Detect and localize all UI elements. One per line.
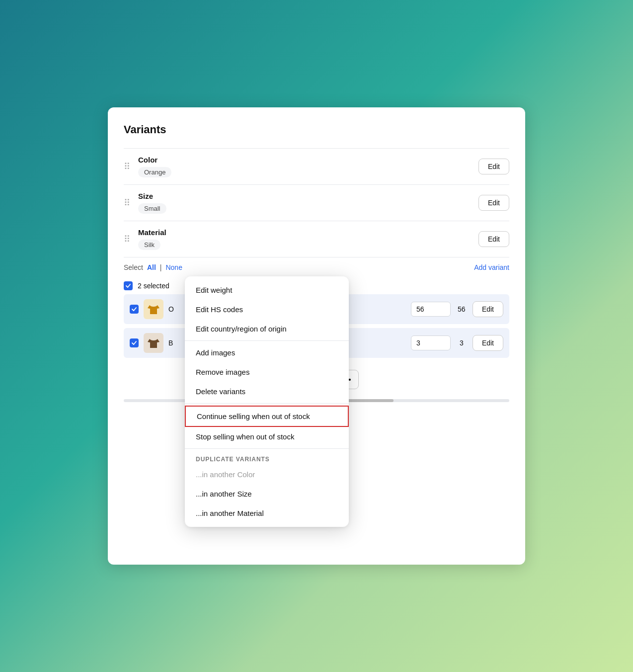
select-all-checkbox[interactable] — [124, 281, 133, 290]
menu-section-duplicate: DUPLICATE VARIANTS — [185, 451, 349, 465]
select-none-link[interactable]: None — [165, 263, 182, 271]
menu-divider-2 — [185, 403, 349, 404]
dropdown-overlay: Edit weight Edit HS codes Edit country/r… — [185, 276, 349, 527]
row2-shirt-icon — [144, 333, 163, 353]
row2-edit-button[interactable]: Edit — [473, 335, 503, 351]
select-bar: Select All | None Add variant — [124, 257, 509, 277]
row1-shirt-icon — [144, 299, 163, 319]
select-label: Select — [124, 263, 143, 271]
variant-name-color: Color — [138, 156, 478, 164]
edit-button-material[interactable]: Edit — [478, 231, 509, 247]
menu-divider-3 — [185, 448, 349, 449]
menu-item-edit-country[interactable]: Edit country/region of origin — [185, 319, 349, 338]
menu-item-continue-selling[interactable]: Continue selling when out of stock — [185, 406, 349, 427]
row1-qty-label: 56 — [456, 305, 468, 313]
row1-edit-button[interactable]: Edit — [473, 301, 503, 317]
edit-button-size[interactable]: Edit — [478, 195, 509, 211]
add-variant-link[interactable]: Add variant — [474, 263, 509, 271]
page-title: Variants — [124, 123, 509, 136]
edit-button-color[interactable]: Edit — [478, 159, 509, 174]
variant-row-size: ⠿ Size Small Edit — [124, 184, 509, 221]
menu-divider-1 — [185, 340, 349, 341]
variant-row-color: ⠿ Color Orange Edit — [124, 148, 509, 184]
row2-qty-input[interactable] — [411, 336, 451, 350]
row2-qty-label: 3 — [456, 339, 468, 347]
variant-name-material: Material — [138, 228, 478, 237]
variant-info-material: Material Silk — [138, 228, 478, 250]
menu-item-remove-images[interactable]: Remove images — [185, 362, 349, 382]
row2-checkbox[interactable] — [130, 338, 139, 347]
variant-info-size: Size Small — [138, 192, 478, 214]
menu-item-edit-hs-codes[interactable]: Edit HS codes — [185, 300, 349, 319]
variant-tag-material: Silk — [138, 240, 160, 250]
menu-item-stop-selling[interactable]: Stop selling when out of stock — [185, 427, 349, 446]
menu-item-dup-material[interactable]: ...in another Material — [185, 504, 349, 523]
variant-info-color: Color Orange — [138, 156, 478, 177]
dropdown-menu: Edit weight Edit HS codes Edit country/r… — [185, 276, 349, 527]
menu-item-edit-weight[interactable]: Edit weight — [185, 280, 349, 300]
menu-item-delete-variants[interactable]: Delete variants — [185, 382, 349, 401]
variant-tag-size: Small — [138, 203, 166, 214]
row1-qty-input[interactable] — [411, 302, 451, 317]
drag-handle-size[interactable]: ⠿ — [124, 197, 130, 208]
select-separator: | — [160, 263, 162, 271]
select-all-link[interactable]: All — [147, 263, 156, 271]
menu-item-add-images[interactable]: Add images — [185, 343, 349, 362]
variant-row-material: ⠿ Material Silk Edit — [124, 221, 509, 257]
menu-item-dup-color[interactable]: ...in another Color — [185, 465, 349, 484]
drag-handle-material[interactable]: ⠿ — [124, 234, 130, 245]
variant-tag-color: Orange — [138, 167, 171, 177]
drag-handle-color[interactable]: ⠿ — [124, 161, 130, 172]
variant-name-size: Size — [138, 192, 478, 200]
main-card: Variants ⠿ Color Orange Edit ⠿ Size Smal… — [108, 107, 525, 565]
row1-checkbox[interactable] — [130, 305, 139, 314]
menu-item-dup-size[interactable]: ...in another Size — [185, 484, 349, 504]
